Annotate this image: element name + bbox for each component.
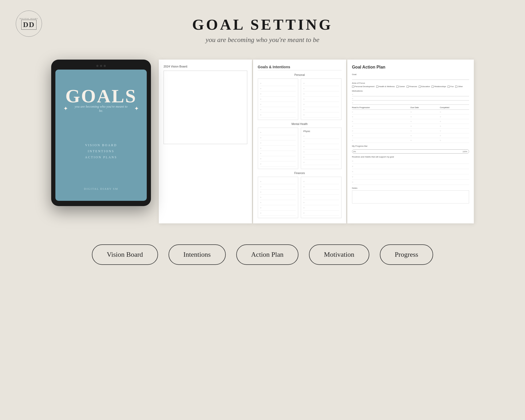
tablet-nav-action[interactable]: ACTION PLANS <box>85 155 117 159</box>
page3-title: Goal Action Plan <box>352 65 469 70</box>
goal-row <box>260 102 296 107</box>
road-item <box>352 116 411 118</box>
goal-row <box>260 179 296 184</box>
cb-label-career: Career <box>399 85 405 88</box>
tablet-camera-dot-3 <box>104 65 106 67</box>
goal-row <box>260 91 296 97</box>
goal-row <box>260 184 296 190</box>
goal-row <box>303 144 339 149</box>
goal-row <box>260 81 296 86</box>
goal-row <box>260 107 296 112</box>
pill-progress[interactable]: Progress <box>380 244 433 265</box>
cb-other[interactable]: Other <box>455 85 463 88</box>
progress-left-label: 0% <box>353 151 356 153</box>
cb-label-health: Health & Wellness <box>379 85 395 88</box>
goal-row <box>303 97 339 102</box>
pill-vision-board[interactable]: Vision Board <box>92 244 158 265</box>
checkbox-icon[interactable] <box>419 86 421 88</box>
goal-row <box>260 135 296 140</box>
road-row <box>352 124 469 129</box>
personal-col2 <box>301 78 341 120</box>
cb-label-other: Other <box>458 85 463 88</box>
goal-row <box>303 134 339 139</box>
tablet-device: GOALS ✦ you are becoming who you're mean… <box>51 60 151 206</box>
tablet-camera-dot <box>96 65 98 67</box>
road-col3-header: Completed <box>440 106 469 109</box>
personal-goals-grid <box>258 78 342 120</box>
main-title: GOAL SETTING <box>0 16 525 33</box>
cb-finances[interactable]: Finances <box>407 85 417 88</box>
mental-col1 <box>258 128 298 169</box>
road-row <box>352 119 469 124</box>
tablet-nav-intentions[interactable]: INTENTIONS <box>88 149 114 153</box>
tablet-container: GOALS ✦ you are becoming who you're mean… <box>51 60 151 206</box>
cb-fun[interactable]: Fun <box>448 85 454 88</box>
cb-relationships[interactable]: Relationships <box>432 85 446 88</box>
cb-label-fun: Fun <box>450 85 454 88</box>
checkbox-icon[interactable] <box>407 86 409 88</box>
finances-col1 <box>258 177 298 218</box>
motivation-line-1: ○ <box>352 93 469 96</box>
goal-row <box>260 161 296 167</box>
goal-row <box>303 179 339 184</box>
checkbox-icon[interactable] <box>455 86 457 88</box>
goal-row <box>303 139 339 144</box>
checkbox-icon[interactable] <box>432 86 434 88</box>
road-row <box>352 133 469 138</box>
road-item <box>352 120 411 123</box>
goal-row <box>303 86 339 91</box>
cb-career[interactable]: Career <box>396 85 405 88</box>
habits-label: Routines and Habits that will support my… <box>352 156 469 158</box>
section-personal-header: Personal <box>258 74 342 76</box>
habit-row <box>352 174 469 180</box>
checkbox-icon[interactable] <box>396 86 398 88</box>
checkbox-icon[interactable] <box>448 86 450 88</box>
goal-row <box>303 149 339 155</box>
goal-row <box>260 156 296 161</box>
goal-row <box>303 205 339 211</box>
goal-row <box>303 91 339 97</box>
page-vision-board: 2024 Vision Board: <box>159 60 252 223</box>
progress-bar: 0% 100% <box>352 149 469 154</box>
tablet-stars: ✦ you are becoming who you're meant to b… <box>63 104 139 113</box>
goal-row <box>303 211 339 216</box>
goal-row <box>303 195 339 200</box>
road-item <box>352 111 411 113</box>
motivation-line-3: ○ <box>352 101 469 105</box>
road-to-progression-table: Road to Progression Due Date Completed <box>352 106 469 143</box>
cb-personal-dev[interactable]: Personal Development <box>352 85 375 88</box>
personal-col1 <box>258 78 298 120</box>
tablet-nav-vision[interactable]: VISION BOARD <box>85 143 117 147</box>
cb-label-relationships: Relationships <box>434 85 446 88</box>
section-mental-header: Mental Health <box>258 123 342 125</box>
tablet-camera-dot-2 <box>100 65 102 67</box>
page1-title: 2024 Vision Board: <box>164 65 247 68</box>
checkbox-icon[interactable] <box>352 86 354 88</box>
goal-row <box>260 140 296 146</box>
star-icon-right: ✦ <box>134 105 139 112</box>
goal-row <box>303 112 339 118</box>
star-icon-left: ✦ <box>63 105 68 112</box>
pages-container: 2024 Vision Board: Goals & Intentions Pe… <box>159 60 474 223</box>
road-item <box>352 130 411 132</box>
pill-action-plan[interactable]: Action Plan <box>236 244 299 265</box>
goal-row <box>260 205 296 211</box>
cb-health[interactable]: Health & Wellness <box>376 85 395 88</box>
habit-row <box>352 159 469 164</box>
mental-goals-grid: Physic <box>258 128 342 169</box>
notes-section: Notes <box>352 187 469 203</box>
road-item <box>352 125 411 127</box>
road-item <box>352 134 411 137</box>
pill-intentions[interactable]: Intentions <box>169 244 226 265</box>
progress-right-label: 100% <box>463 151 467 153</box>
vision-board-image-area <box>164 71 247 144</box>
goal-row <box>303 160 339 165</box>
page-header: GOAL SETTING you are becoming who you're… <box>0 0 525 54</box>
tablet-brand: DIGITAL DIARY SM <box>84 187 118 190</box>
motivation-line-2: ○ <box>352 97 469 101</box>
road-item <box>352 139 411 141</box>
pill-motivation[interactable]: Motivation <box>309 244 369 265</box>
goal-row <box>303 102 339 107</box>
checkbox-icon[interactable] <box>376 86 378 88</box>
cb-education[interactable]: Education <box>419 85 430 88</box>
